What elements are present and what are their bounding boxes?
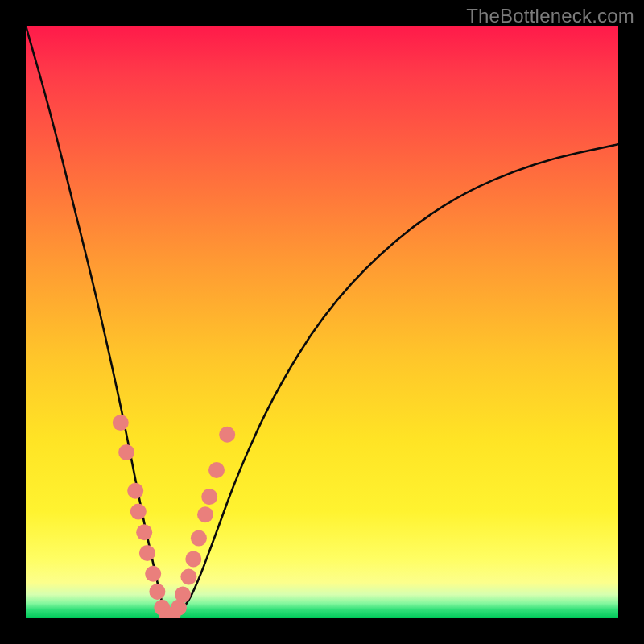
highlight-dot	[139, 545, 155, 561]
highlight-dot	[175, 587, 191, 603]
highlight-dot	[191, 530, 207, 547]
bottleneck-curve	[26, 26, 618, 615]
highlight-dot	[201, 489, 217, 505]
highlight-dots	[113, 415, 235, 618]
highlight-dot	[127, 483, 143, 499]
highlight-dot	[113, 415, 129, 431]
highlight-dot	[136, 524, 152, 540]
highlight-dot	[185, 551, 201, 567]
plot-area	[26, 26, 618, 618]
watermark-text: TheBottleneck.com	[466, 5, 634, 27]
highlight-dot	[208, 462, 225, 478]
highlight-dot	[118, 444, 134, 460]
highlight-dot	[130, 504, 147, 520]
highlight-dot	[145, 566, 161, 582]
highlight-dot	[219, 427, 235, 443]
highlight-dot	[149, 584, 165, 600]
highlight-dot	[180, 569, 196, 585]
figure-frame: TheBottleneck.com	[0, 0, 644, 644]
highlight-dot	[197, 506, 213, 522]
chart-svg	[26, 26, 618, 618]
